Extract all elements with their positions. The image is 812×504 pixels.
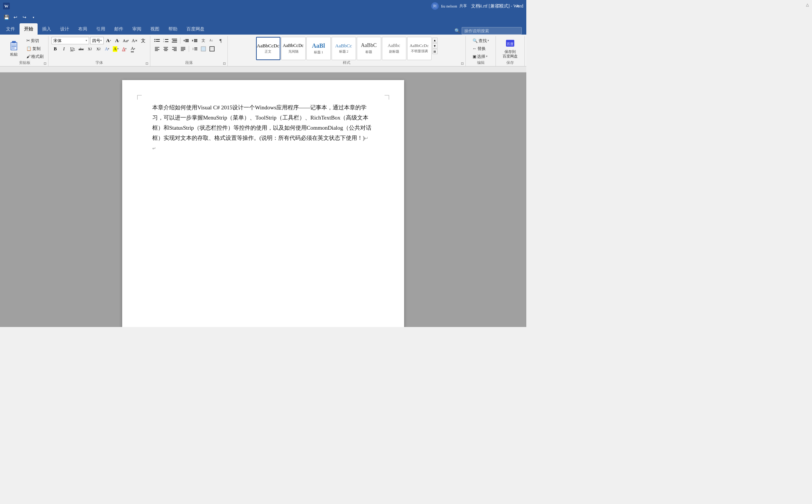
bold-button[interactable]: B (52, 45, 59, 53)
style-subtitle-label: 副标题 (389, 49, 399, 54)
svg-rect-22 (194, 40, 197, 41)
gallery-scroll-up[interactable]: ▲ (432, 38, 438, 43)
numbering-button[interactable]: 1.2. (162, 37, 170, 44)
paragraph-dialog-launcher[interactable]: ⊡ (223, 62, 226, 65)
svg-rect-43 (194, 48, 197, 49)
sort-button[interactable]: A↓ (208, 37, 216, 44)
style-title1-preview: AaBl (312, 42, 325, 49)
editing-group-label: 编辑 (477, 60, 485, 65)
font-dialog-launcher[interactable]: ⊡ (145, 62, 148, 65)
minimize-button[interactable]: ─ (471, 0, 489, 12)
find-button[interactable]: 🔍查找 ▾ (471, 37, 491, 44)
tab-baidu[interactable]: 百度网盘 (182, 23, 209, 35)
redo-button[interactable]: ↪ (20, 13, 29, 21)
gallery-expand[interactable]: ⊞ (432, 49, 438, 54)
svg-rect-28 (155, 50, 158, 51)
tab-mailings[interactable]: 邮件 (110, 23, 128, 35)
style-zhengwen[interactable]: AaBbCcDc 正文 (256, 37, 280, 60)
chinese-layout-button[interactable]: 文 (200, 37, 207, 44)
format-painter-label: 格式刷 (31, 54, 44, 59)
decrease-indent-button[interactable] (182, 37, 190, 44)
format-painter-button[interactable]: 🖌 格式刷 (25, 53, 45, 60)
select-label: 选择 (477, 54, 485, 59)
highlight-color-button[interactable]: A▾ (112, 45, 120, 53)
quick-access-toolbar: 💾 ↩ ↪ ▾ (0, 12, 526, 23)
svg-rect-32 (164, 50, 167, 51)
tab-review[interactable]: 审阅 (128, 23, 146, 35)
style-title2[interactable]: AaBbCc 标题 2 (332, 37, 356, 60)
svg-rect-14 (173, 40, 177, 41)
paragraph-group: 1.2. 文 A↓ (150, 36, 228, 66)
svg-rect-40 (181, 50, 184, 51)
undo-button[interactable]: ↩ (11, 13, 20, 21)
tab-home[interactable]: 开始 (20, 23, 38, 35)
page-content[interactable]: 本章介绍如何使用Visual C# 2015设计一个Windows应用程序——记… (152, 103, 374, 153)
shading-button[interactable] (200, 45, 207, 53)
clear-formatting-button[interactable]: A✕ (131, 37, 138, 44)
subscript-button[interactable]: X2 (86, 45, 94, 53)
style-title[interactable]: AaBbC 标题 (357, 37, 381, 60)
tab-file[interactable]: 文件 (2, 23, 20, 35)
align-center-button[interactable] (162, 45, 170, 53)
border-button[interactable] (208, 45, 216, 53)
select-button[interactable]: ▣选择 ▾ (471, 53, 491, 60)
style-title2-label: 标题 2 (339, 49, 348, 54)
superscript-button[interactable]: X2 (95, 45, 102, 53)
justify-button[interactable] (179, 45, 187, 53)
document-area[interactable]: 本章介绍如何使用Visual C# 2015设计一个Windows应用程序——记… (0, 73, 526, 327)
underline-button[interactable]: U▾ (69, 45, 76, 53)
cut-button[interactable]: ✂ 剪切 (25, 37, 45, 44)
align-right-button[interactable] (171, 45, 178, 53)
paste-button[interactable]: 粘贴 (5, 37, 23, 59)
text-effect-button[interactable]: A▾ (103, 45, 111, 53)
tab-view[interactable]: 视图 (146, 23, 164, 35)
style-wujiange-label: 无间隔 (288, 49, 298, 54)
strikethrough-button[interactable]: abc (77, 45, 85, 53)
signin-btn[interactable]: 共享 (459, 3, 467, 9)
replace-label: 替换 (477, 46, 486, 51)
style-subtitle[interactable]: AaBbc 副标题 (382, 37, 406, 60)
save-to-baidu-button[interactable]: 百度 保存到百度网盘 (499, 37, 521, 59)
bullets-button[interactable] (153, 37, 161, 44)
border-color-button[interactable]: A▾ (129, 45, 137, 53)
qat-dropdown[interactable]: ▾ (29, 13, 38, 21)
replace-button[interactable]: ↔替换 (471, 45, 491, 52)
change-case-button[interactable]: Aa▾ (122, 37, 130, 44)
styles-group-label: 样式 (343, 60, 350, 65)
font-name-value: 宋体 (53, 38, 62, 44)
clipboard-dialog-launcher[interactable]: ⊡ (44, 62, 47, 65)
restore-button[interactable]: ❐ (490, 0, 508, 12)
gallery-scroll-down[interactable]: ▼ (432, 43, 438, 48)
font-color-button[interactable]: A▾ (121, 45, 128, 53)
style-wujiange[interactable]: AaBbCcDc 无间隔 (281, 37, 306, 60)
style-title1[interactable]: AaBl 标题 1 (306, 37, 331, 60)
save-qat-button[interactable]: 💾 (2, 13, 11, 21)
line-spacing-button[interactable]: ↕ (191, 45, 198, 53)
tab-references[interactable]: 引用 (92, 23, 110, 35)
styles-dialog-launcher[interactable]: ⊡ (461, 62, 464, 65)
multilevel-list-button[interactable] (171, 37, 178, 44)
increase-font-size-button[interactable]: A+ (105, 37, 112, 44)
svg-marker-16 (183, 39, 185, 42)
search-box[interactable]: 操作说明搜索 (462, 27, 522, 35)
font-name-dropdown[interactable]: 宋体 ▾ (52, 37, 89, 44)
increase-indent-button[interactable] (191, 37, 198, 44)
font-size-dropdown[interactable]: 四号 ▾ (90, 37, 104, 44)
italic-button[interactable]: I (60, 45, 68, 53)
svg-rect-12 (165, 41, 168, 42)
wubi-button[interactable]: 文 (139, 37, 147, 44)
style-subtle-emphasis[interactable]: AaBbCcDc 不明显强调 (407, 37, 432, 60)
document-text[interactable]: 本章介绍如何使用Visual C# 2015设计一个Windows应用程序——记… (152, 104, 371, 141)
copy-button[interactable]: 📋 复制 (25, 45, 45, 52)
svg-rect-2 (12, 45, 16, 45)
tab-help[interactable]: 帮助 (164, 23, 182, 35)
ribbon: 文件 开始 插入 设计 布局 引用 邮件 审阅 视图 帮助 百度网盘 🔍 操作说… (0, 23, 526, 67)
tab-insert[interactable]: 插入 (38, 23, 56, 35)
close-button[interactable]: ✕ (509, 0, 526, 12)
align-left-button[interactable] (153, 45, 161, 53)
show-marks-button[interactable]: ¶ (217, 37, 224, 44)
svg-rect-13 (172, 39, 177, 39)
decrease-font-size-button[interactable]: A- (114, 37, 121, 44)
tab-design[interactable]: 设计 (56, 23, 74, 35)
tab-layout[interactable]: 布局 (74, 23, 92, 35)
